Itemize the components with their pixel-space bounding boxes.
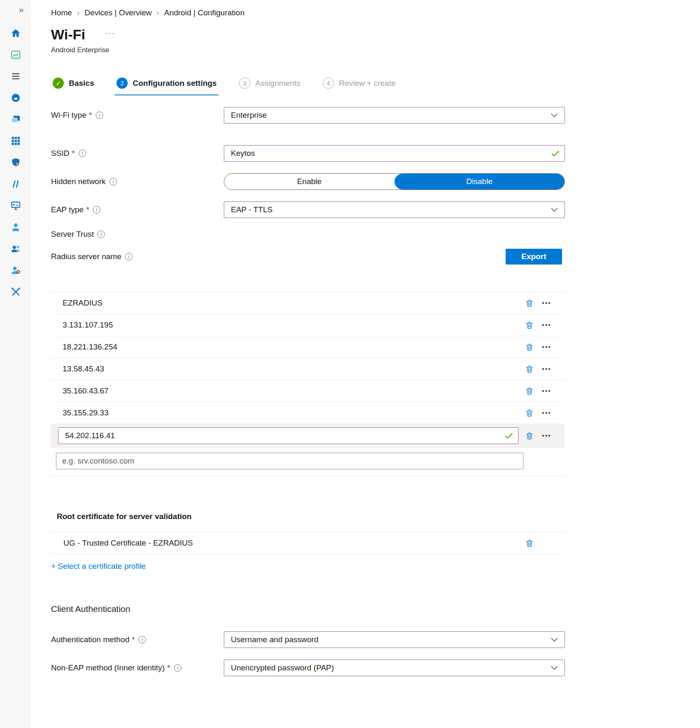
eap-type-dropdown[interactable]: EAP - TTLS xyxy=(224,201,565,218)
export-button[interactable]: Export xyxy=(506,249,562,265)
authentication-method-row: Authentication method * i Username and p… xyxy=(51,631,565,648)
row-more-menu-icon[interactable]: ••• xyxy=(542,322,551,328)
hidden-network-row: Hidden network i Enable Disable xyxy=(51,173,565,190)
required-asterisk: * xyxy=(89,111,92,120)
info-icon[interactable]: i xyxy=(93,206,100,214)
trash-icon xyxy=(525,343,534,352)
breadcrumb-home[interactable]: Home xyxy=(51,8,72,17)
root-certificate-heading: Root certificate for server validation xyxy=(51,512,565,521)
authentication-method-value: Username and password xyxy=(231,635,318,644)
info-icon[interactable]: i xyxy=(97,231,105,238)
select-certificate-profile-link[interactable]: + Select a certificate profile xyxy=(51,562,146,571)
non-eap-method-dropdown[interactable]: Unencrypted password (PAP) xyxy=(224,660,565,676)
page-subtitle: Android Enterprise xyxy=(51,46,565,54)
table-row: 18.221.136.254 ••• xyxy=(51,336,565,358)
all-services-icon[interactable] xyxy=(10,70,22,82)
info-icon[interactable]: i xyxy=(96,112,103,119)
ssid-row: SSID * i xyxy=(51,145,565,162)
root-certificate-section: Root certificate for server validation U… xyxy=(51,512,565,571)
trash-icon xyxy=(525,432,534,440)
page-title: Wi-Fi xyxy=(51,27,85,43)
tenant-admin-icon[interactable] xyxy=(10,265,22,276)
favorites-icon[interactable] xyxy=(10,92,22,104)
delete-button[interactable] xyxy=(524,538,535,548)
toggle-disable-option[interactable]: Disable xyxy=(395,174,565,189)
table-row: EZRADIUS ••• xyxy=(51,292,565,314)
delete-button[interactable] xyxy=(524,364,535,374)
non-eap-method-value: Unencrypted password (PAP) xyxy=(231,663,334,672)
info-icon[interactable]: i xyxy=(138,636,146,643)
wifi-type-dropdown[interactable]: Enterprise xyxy=(224,107,565,124)
table-row: UG - Trusted Certificate - EZRADIUS xyxy=(51,532,565,554)
non-eap-method-label: Non-EAP method (Inner identity) xyxy=(51,663,165,672)
reports-icon[interactable] xyxy=(10,178,22,190)
apps-icon[interactable] xyxy=(10,135,22,147)
table-row: 3.131.107.195 ••• xyxy=(51,314,565,336)
info-icon[interactable]: i xyxy=(174,664,182,672)
certificate-value: UG - Trusted Certificate - EZRADIUS xyxy=(51,539,523,548)
breadcrumb-android-configuration[interactable]: Android | Configuration xyxy=(164,8,245,17)
ssid-input[interactable] xyxy=(224,145,565,162)
row-more-menu-icon[interactable]: ••• xyxy=(542,344,551,350)
row-more-menu-icon[interactable]: ••• xyxy=(542,366,551,372)
step-basics[interactable]: ✓ Basics xyxy=(51,78,96,95)
users-icon[interactable] xyxy=(10,221,22,233)
info-icon[interactable]: i xyxy=(125,253,133,260)
trash-icon xyxy=(525,321,534,330)
radius-server-value: 18.221.136.254 xyxy=(51,342,523,352)
step-configuration-settings[interactable]: 2 Configuration settings xyxy=(115,78,218,95)
step-number-badge: 4 xyxy=(323,78,334,89)
row-more-menu-icon[interactable]: ••• xyxy=(542,410,551,416)
delete-button[interactable] xyxy=(524,431,535,441)
eap-type-value: EAP - TTLS xyxy=(231,205,273,214)
row-more-menu-icon[interactable]: ••• xyxy=(542,388,551,394)
certificate-table: UG - Trusted Certificate - EZRADIUS xyxy=(51,532,565,554)
delete-button[interactable] xyxy=(524,320,535,330)
info-icon[interactable]: i xyxy=(109,178,117,185)
radius-server-value: 13.58.45.43 xyxy=(51,364,523,374)
step-assignments: 3 Assignments xyxy=(237,78,302,95)
step-review-create: 4 Review + create xyxy=(321,78,397,95)
dashboard-icon[interactable] xyxy=(10,49,22,61)
more-menu-icon[interactable]: ··· xyxy=(105,29,115,38)
breadcrumb-devices-overview[interactable]: Devices | Overview xyxy=(85,8,152,17)
table-row-editing: ••• xyxy=(51,424,565,448)
table-row: 13.58.45.43 ••• xyxy=(51,358,565,380)
delete-button[interactable] xyxy=(524,298,535,308)
client-authentication-heading: Client Authentication xyxy=(51,604,565,614)
server-trust-label: Server Trust xyxy=(51,230,94,239)
delete-button[interactable] xyxy=(524,408,535,418)
home-icon[interactable] xyxy=(10,27,22,39)
required-asterisk: * xyxy=(72,149,75,158)
valid-check-icon xyxy=(551,150,560,157)
trash-icon xyxy=(525,299,534,308)
sidebar-collapse-icon[interactable]: » xyxy=(19,5,24,17)
ssid-label: SSID xyxy=(51,149,69,158)
endpoint-security-icon[interactable] xyxy=(10,157,22,168)
step-configuration-settings-label: Configuration settings xyxy=(133,79,217,88)
groups-icon[interactable] xyxy=(10,243,22,255)
row-more-menu-icon[interactable]: ••• xyxy=(542,432,551,439)
troubleshooting-icon[interactable] xyxy=(10,286,22,298)
left-sidebar: » xyxy=(0,0,31,728)
radius-server-edit-input[interactable] xyxy=(58,427,518,444)
toggle-enable-option[interactable]: Enable xyxy=(224,174,395,189)
wifi-type-value: Enterprise xyxy=(231,111,267,120)
remote-help-icon[interactable] xyxy=(10,200,22,211)
radius-server-value: 35.160.43.67 xyxy=(51,386,523,396)
authentication-method-dropdown[interactable]: Username and password xyxy=(224,631,565,648)
step-number-badge: 3 xyxy=(239,78,250,89)
chevron-right-icon: › xyxy=(157,9,159,17)
devices-icon[interactable] xyxy=(10,114,22,125)
row-more-menu-icon[interactable]: ••• xyxy=(542,300,551,306)
hidden-network-label: Hidden network xyxy=(51,177,106,186)
required-asterisk: * xyxy=(86,205,89,214)
radius-server-new-input[interactable] xyxy=(56,453,523,469)
delete-button[interactable] xyxy=(524,342,535,352)
info-icon[interactable]: i xyxy=(79,150,86,157)
hidden-network-toggle: Enable Disable xyxy=(224,173,565,190)
radius-server-value: 35.155.29.33 xyxy=(51,408,523,417)
step-assignments-label: Assignments xyxy=(255,79,300,88)
delete-button[interactable] xyxy=(524,386,535,396)
trash-icon xyxy=(525,365,534,374)
